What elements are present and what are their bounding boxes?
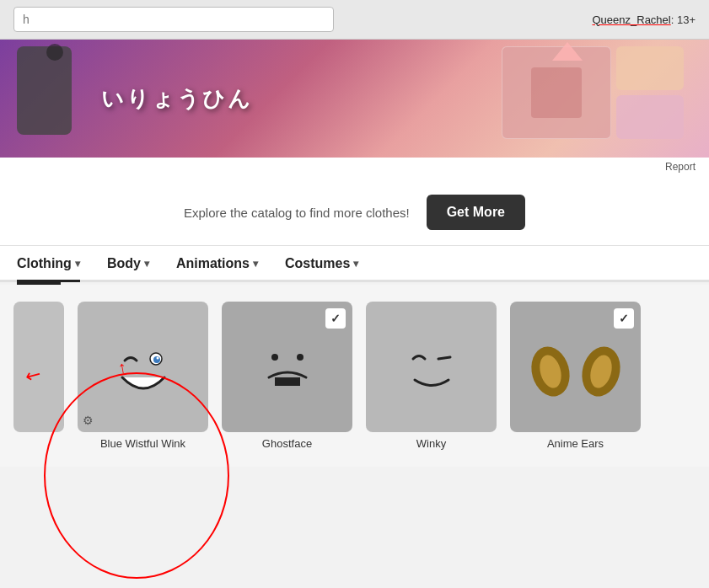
banner-cards-area — [502, 46, 684, 139]
item-name-blue-wistful-wink: Blue Wistful Wink — [100, 437, 185, 450]
face-winky-svg — [389, 325, 474, 409]
tab-animations-arrow: ▾ — [253, 258, 258, 270]
tab-costumes-arrow: ▾ — [353, 258, 358, 270]
item-wrapper-winky: Winky — [366, 302, 497, 450]
get-more-button[interactable]: Get More — [427, 195, 525, 230]
tab-body-arrow: ▾ — [144, 258, 149, 270]
tabs-row: Clothing ▾ Body ▾ Animations ▾ Costumes … — [17, 256, 692, 280]
item-info-anime-ears: Anime Ears — [547, 437, 604, 450]
item-name-ghostface: Ghostface — [262, 437, 312, 450]
tab-clothing-arrow: ▾ — [75, 258, 80, 270]
items-grid: ⚙ Blue Wistful Wink ✓ — [13, 302, 696, 450]
anime-ears-checkmark: ✓ — [614, 308, 634, 329]
item-info-blue-wistful-wink: Blue Wistful Wink — [100, 437, 185, 450]
explore-bar: Explore the catalog to find more clothes… — [0, 179, 709, 246]
ghostface-checkmark: ✓ — [325, 308, 346, 329]
main-content: いりょうひん Report Explore the catalog to fin… — [0, 40, 709, 467]
item-card-winky[interactable] — [366, 302, 497, 432]
banner-japanese-text: いりょうひん — [101, 84, 253, 114]
user-info: Queenz_Rachel: 13+ — [592, 13, 696, 26]
svg-point-4 — [297, 354, 303, 361]
item-name-winky: Winky — [416, 437, 446, 450]
item-name-anime-ears: Anime Ears — [547, 437, 604, 450]
gear-icon[interactable]: ⚙ — [83, 414, 94, 427]
item-info-winky: Winky — [416, 437, 446, 450]
report-link[interactable]: Report — [0, 158, 709, 179]
item-wrapper-anime-ears: ✓ Anime Ears — [510, 302, 641, 450]
item-card-partial[interactable] — [13, 302, 64, 432]
banner-triangle — [552, 42, 583, 61]
tab-costumes[interactable]: Costumes ▾ — [285, 256, 358, 282]
tab-clothing[interactable]: Clothing ▾ — [17, 256, 80, 282]
banner-image: いりょうひん — [0, 40, 709, 158]
tab-body[interactable]: Body ▾ — [107, 256, 149, 282]
banner-headphones — [46, 44, 63, 61]
item-card-blue-wistful-wink[interactable]: ⚙ — [78, 302, 208, 432]
item-wrapper-ghostface: ✓ Ghostface — [222, 302, 352, 450]
svg-line-5 — [438, 357, 450, 359]
item-card-ghostface[interactable]: ✓ — [222, 302, 352, 432]
username-link[interactable]: Queenz_Rachel — [592, 13, 670, 26]
svg-point-2 — [156, 356, 158, 359]
explore-text: Explore the catalog to find more clothes… — [184, 206, 410, 220]
face-ghostface-svg — [245, 325, 330, 409]
banner-card-sm2 — [616, 95, 684, 139]
face-blue-wistful-wink-svg — [101, 325, 185, 409]
item-card-anime-ears[interactable]: ✓ — [510, 302, 641, 432]
tabs-section: Clothing ▾ Body ▾ Animations ▾ Costumes … — [0, 246, 709, 282]
banner-cards-small — [616, 46, 684, 139]
item-partial-wrapper — [13, 302, 64, 450]
banner-card-inner — [531, 67, 582, 118]
banner-section: いりょうひん Report — [0, 40, 709, 179]
tab-animations[interactable]: Animations ▾ — [176, 256, 258, 282]
svg-point-3 — [271, 354, 278, 361]
search-input[interactable] — [13, 7, 334, 32]
age-label: : 13+ — [671, 13, 696, 26]
item-info-ghostface: Ghostface — [262, 437, 312, 450]
banner-card-sm1 — [616, 46, 684, 90]
banner-robot — [17, 46, 72, 135]
top-bar: Queenz_Rachel: 13+ — [0, 0, 709, 40]
item-wrapper-blue-wistful-wink: ⚙ Blue Wistful Wink — [78, 302, 208, 450]
items-section: ⚙ Blue Wistful Wink ✓ — [0, 285, 709, 467]
anime-ears-svg — [525, 325, 626, 409]
